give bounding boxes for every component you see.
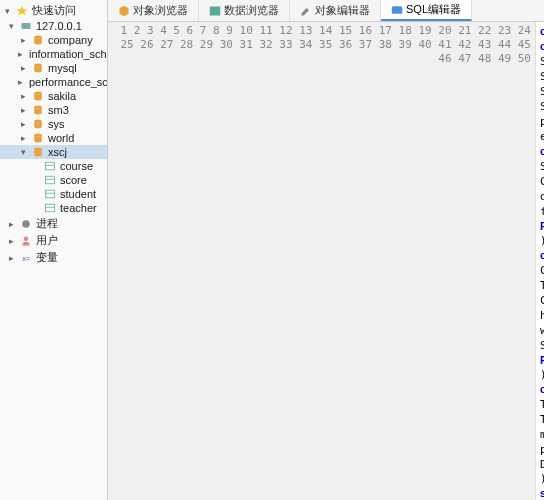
tab-object-browser[interactable]: 对象浏览器	[108, 0, 199, 21]
chevron-icon: ▸	[6, 236, 16, 246]
label: 用户	[36, 233, 58, 248]
db-node-company[interactable]: ▸company	[0, 33, 107, 47]
chevron-down-icon: ▾	[6, 22, 16, 31]
table-node-teacher[interactable]: teacher	[0, 201, 107, 215]
svg-point-9	[34, 120, 42, 123]
host-node[interactable]: ▾ 127.0.0.1	[0, 22, 107, 33]
label: course	[60, 160, 93, 172]
tab-data-browser[interactable]: 数据浏览器	[199, 0, 290, 21]
db-node-sm3[interactable]: ▸sm3	[0, 103, 107, 117]
label: sm3	[48, 104, 69, 116]
label: student	[60, 188, 96, 200]
table-icon	[43, 160, 57, 172]
svg-point-10	[34, 134, 42, 137]
table-icon	[209, 5, 221, 17]
database-icon	[31, 146, 45, 158]
tab-label: 对象浏览器	[133, 3, 188, 18]
svg-text:x=: x=	[22, 254, 31, 263]
db-node-sakila[interactable]: ▸sakila	[0, 89, 107, 103]
db-node-information_schema[interactable]: ▸information_schema	[0, 47, 107, 61]
db-node-sys[interactable]: ▸sys	[0, 117, 107, 131]
table-icon	[43, 202, 57, 214]
chevron-icon: ▸	[18, 105, 28, 115]
db-tree: ▾ 快速访问 ▾ 127.0.0.1 ▸company▸information_…	[0, 22, 107, 268]
label: world	[48, 132, 74, 144]
code-area[interactable]: create database xscj create table Studen…	[536, 22, 544, 500]
svg-point-8	[34, 106, 42, 109]
section-0[interactable]: ▸进程	[0, 215, 107, 232]
table-node-student[interactable]: student	[0, 187, 107, 201]
chevron-icon: ▸	[18, 77, 23, 87]
label: teacher	[60, 202, 97, 214]
svg-point-7	[34, 92, 42, 95]
tab-label: 对象编辑器	[315, 3, 370, 18]
label: sys	[48, 118, 65, 130]
host-icon	[19, 22, 33, 32]
label: information_schema	[29, 48, 108, 60]
db-node-mysql[interactable]: ▸mysql	[0, 61, 107, 75]
edit-icon	[300, 5, 312, 17]
label: mysql	[48, 62, 77, 74]
chevron-icon: ▸	[18, 133, 28, 143]
svg-rect-14	[46, 176, 55, 184]
chevron-icon: ▸	[18, 63, 28, 73]
main: ▾ 快速访问 ▾ 127.0.0.1 ▸company▸information_…	[0, 22, 544, 500]
svg-rect-18	[46, 204, 55, 212]
tab-label: SQL编辑器	[406, 2, 461, 17]
chevron-icon: ▸	[6, 219, 16, 229]
database-icon	[31, 104, 45, 116]
svg-point-21	[24, 236, 29, 241]
line-gutter: 1 2 3 4 5 6 7 8 9 10 11 12 13 14 15 16 1…	[108, 22, 536, 500]
database-icon	[31, 34, 45, 46]
chevron-icon: ▾	[18, 147, 28, 157]
svg-rect-1	[392, 6, 403, 14]
chevron-icon: ▸	[18, 49, 23, 59]
table-node-course[interactable]: course	[0, 159, 107, 173]
table-node-score[interactable]: score	[0, 173, 107, 187]
svg-point-3	[34, 36, 42, 39]
label: 进程	[36, 216, 58, 231]
label: xscj	[48, 146, 67, 158]
database-icon	[31, 132, 45, 144]
variable-icon: x=	[19, 252, 33, 264]
sql-editor: 1 2 3 4 5 6 7 8 9 10 11 12 13 14 15 16 1…	[108, 22, 544, 500]
svg-rect-12	[46, 162, 55, 170]
chevron-icon: ▸	[6, 253, 16, 263]
label: performance_schema	[29, 76, 108, 88]
tab-sql-editor[interactable]: SQL编辑器	[381, 0, 472, 21]
database-icon	[31, 118, 45, 130]
table-icon	[43, 188, 57, 200]
section-2[interactable]: ▸x=变量	[0, 249, 107, 266]
sql-icon	[391, 4, 403, 16]
db-node-world[interactable]: ▸world	[0, 131, 107, 145]
chevron-icon: ▸	[18, 35, 28, 45]
label: company	[48, 34, 93, 46]
label: 127.0.0.1	[36, 22, 82, 32]
db-node-xscj[interactable]: ▾xscj	[0, 145, 107, 159]
svg-rect-0	[210, 6, 221, 15]
sidebar: ▾ 快速访问 ▾ 127.0.0.1 ▸company▸information_…	[0, 22, 108, 500]
tab-label: 数据浏览器	[224, 3, 279, 18]
svg-point-11	[34, 148, 42, 151]
svg-point-20	[22, 220, 30, 228]
svg-rect-16	[46, 190, 55, 198]
table-icon	[43, 174, 57, 186]
user-icon	[19, 235, 33, 247]
chevron-icon: ▸	[18, 119, 28, 129]
label: 变量	[36, 250, 58, 265]
gear-icon	[19, 218, 33, 230]
db-node-performance_schema[interactable]: ▸performance_schema	[0, 75, 107, 89]
cube-icon	[118, 5, 130, 17]
label: sakila	[48, 90, 76, 102]
svg-point-5	[34, 64, 42, 67]
svg-rect-2	[22, 23, 31, 29]
database-icon	[31, 62, 45, 74]
tab-object-editor[interactable]: 对象编辑器	[290, 0, 381, 21]
database-icon	[31, 90, 45, 102]
chevron-icon: ▸	[18, 91, 28, 101]
section-1[interactable]: ▸用户	[0, 232, 107, 249]
label: score	[60, 174, 87, 186]
